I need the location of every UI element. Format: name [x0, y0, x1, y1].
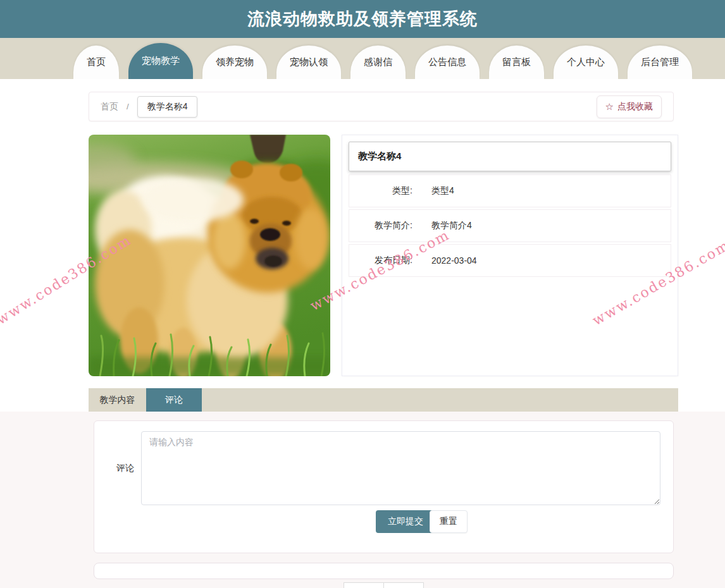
detail-panel: 教学名称4 类型: 类型4 教学简介: 教学简介4 发布日期: 2022-03-… [342, 135, 678, 376]
pet-photo [89, 135, 330, 376]
tab-comments[interactable]: 评论 [146, 388, 202, 412]
nav-tab-personal-center[interactable]: 个人中心 [554, 46, 618, 79]
detail-row-label: 发布日期: [349, 255, 412, 266]
detail-row-value: 类型4 [431, 185, 454, 197]
main-nav: 首页 宠物教学 领养宠物 宠物认领 感谢信 公告信息 留言板 个人中心 后台管理 [0, 38, 725, 79]
nav-tab-message-board[interactable]: 留言板 [489, 46, 544, 79]
nav-tab-home[interactable]: 首页 [73, 46, 119, 79]
nav-tab-announcements[interactable]: 公告信息 [415, 46, 480, 79]
pagination [344, 582, 424, 588]
app-title: 流浪动物救助及领养管理系统 [247, 8, 478, 30]
detail-row-value: 教学简介4 [431, 220, 472, 231]
reset-button[interactable]: 重置 [430, 510, 468, 533]
comment-label: 评论 [116, 463, 134, 474]
nav-tab-admin[interactable]: 后台管理 [628, 46, 692, 79]
detail-row-date: 发布日期: 2022-03-04 [349, 244, 671, 277]
favorite-button[interactable]: ☆ 点我收藏 [597, 95, 662, 118]
tab-teaching-content[interactable]: 教学内容 [89, 388, 146, 412]
comment-input[interactable] [141, 431, 660, 505]
breadcrumb-home[interactable]: 首页 [101, 101, 118, 113]
detail-row-label: 类型: [349, 185, 412, 197]
detail-row-intro: 教学简介: 教学简介4 [349, 209, 671, 242]
pagination-button-next[interactable] [383, 582, 424, 588]
detail-row-type: 类型: 类型4 [349, 175, 671, 207]
nav-tab-thanks-letter[interactable]: 感谢信 [350, 46, 406, 79]
pagination-button-prev[interactable] [344, 582, 384, 588]
breadcrumb-separator: / [127, 102, 129, 111]
detail-title: 教学名称4 [349, 142, 671, 171]
comment-form-card: 评论 立即提交 重置 [94, 420, 674, 553]
breadcrumb-current: 教学名称4 [137, 96, 198, 118]
chow-chow-dog-illustration [89, 135, 330, 376]
detail-row-label: 教学简介: [349, 220, 412, 231]
detail-row-value: 2022-03-04 [431, 255, 477, 266]
star-icon: ☆ [605, 102, 614, 111]
favorite-label: 点我收藏 [617, 101, 653, 113]
nav-tab-claim-pet[interactable]: 宠物认领 [276, 46, 341, 79]
app-header: 流浪动物救助及领养管理系统 [0, 0, 725, 38]
nav-tab-adopt-pet[interactable]: 领养宠物 [202, 46, 267, 79]
breadcrumb: 首页 / 教学名称4 ☆ 点我收藏 [89, 92, 674, 121]
submit-button[interactable]: 立即提交 [376, 510, 435, 533]
content-tabs: 教学内容 评论 [89, 388, 678, 412]
comment-list-empty [94, 563, 674, 579]
nav-tab-pet-teaching[interactable]: 宠物教学 [128, 43, 193, 79]
